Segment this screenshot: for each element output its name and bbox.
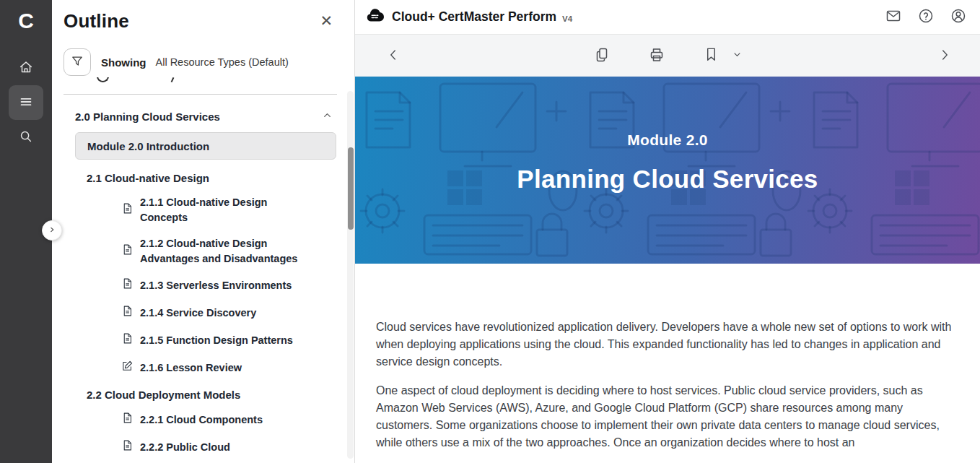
lesson-paragraph: Cloud services have revolutionized appli…: [376, 319, 962, 371]
module-title: Planning Cloud Services: [355, 165, 980, 194]
app-header: Cloud+ CertMaster Perform V4: [355, 0, 980, 35]
close-outline-button[interactable]: ✕: [317, 10, 336, 31]
app-root: C Outline ✕ Sh: [0, 0, 980, 463]
outline-item-2-2-1[interactable]: 2.2.1 Cloud Components: [121, 412, 318, 428]
chevron-right-icon: [937, 47, 953, 65]
filter-button[interactable]: [64, 48, 91, 76]
copy-icon: [593, 46, 611, 66]
header-actions: [883, 6, 968, 28]
outline-scrollbar-thumb[interactable]: [348, 147, 354, 230]
document-icon: [121, 412, 134, 428]
cloud-icon: [365, 6, 385, 28]
module-hero: Module 2.0 Planning Cloud Services: [355, 77, 980, 264]
funnel-icon: [70, 54, 84, 71]
search-button[interactable]: [9, 121, 43, 153]
product-version: V4: [562, 14, 572, 23]
panel-collapse-button[interactable]: [42, 220, 62, 241]
outline-panel: Outline ✕ Showing All Resource Types (De…: [52, 0, 355, 463]
outline-item-module-2-0-introduction[interactable]: Module 2.0 Introduction: [75, 132, 336, 160]
outline-section-2-0[interactable]: 2.0 Planning Cloud Services: [64, 102, 337, 126]
bookmark-button[interactable]: [701, 45, 721, 66]
filter-showing-label: Showing: [101, 56, 146, 69]
product-title: Cloud+ CertMaster Perform: [392, 9, 556, 25]
outline-scrollbar-track[interactable]: [347, 91, 354, 459]
mail-icon: [885, 7, 902, 27]
outline-item-2-1-3[interactable]: 2.1.3 Serverless Environments: [121, 277, 318, 294]
outline-title: Outline: [64, 10, 129, 33]
document-icon: [121, 332, 134, 349]
document-icon: [121, 305, 134, 321]
outline-tree: 2.0 Planning Cloud Services Module 2.0 I…: [52, 95, 354, 456]
previous-page-button[interactable]: [384, 46, 403, 66]
messages-button[interactable]: [883, 6, 904, 28]
outline-subsection-2-1[interactable]: 2.1 Cloud-native Design: [64, 172, 337, 184]
outline-item-2-1-1[interactable]: 2.1.1 Cloud-native Design Concepts: [121, 195, 318, 225]
help-icon: [917, 7, 935, 27]
outline-item-2-1-6[interactable]: 2.1.6 Lesson Review: [121, 360, 318, 376]
module-number: Module 2.0: [355, 131, 980, 149]
search-icon: [18, 129, 34, 147]
outline-header: Outline ✕: [52, 0, 354, 33]
account-button[interactable]: [948, 6, 968, 28]
chevron-left-icon: [385, 47, 401, 65]
outline-item-2-1-5[interactable]: 2.1.5 Function Design Patterns: [121, 332, 318, 349]
outline-item-2-1-2[interactable]: 2.1.2 Cloud-native Design Advantages and…: [121, 236, 318, 267]
lesson-content: Cloud services have revolutionized appli…: [355, 264, 980, 463]
outline-item-2-2-2[interactable]: 2.2.2 Public Cloud: [121, 439, 318, 456]
print-icon: [648, 46, 665, 66]
help-button[interactable]: [916, 6, 936, 28]
bookmark-icon: [703, 46, 719, 65]
next-page-button[interactable]: [935, 46, 954, 66]
document-icon: [121, 277, 134, 294]
content-toolbar: [355, 35, 980, 77]
outline-subsection-2-2[interactable]: 2.2 Cloud Deployment Models: [64, 389, 337, 401]
menu-icon: [18, 94, 34, 112]
hero-text-block: Module 2.0 Planning Cloud Services: [355, 131, 980, 194]
main-area: Cloud+ CertMaster Perform V4: [355, 0, 980, 463]
chevron-up-icon[interactable]: [322, 110, 333, 123]
filter-value: All Resource Types (Default): [156, 56, 289, 68]
print-button[interactable]: [647, 45, 667, 67]
comptia-logo: C: [18, 7, 34, 35]
document-icon: [121, 439, 134, 456]
outline-item-2-1-4[interactable]: 2.1.4 Service Discovery: [121, 305, 318, 321]
home-icon: [18, 59, 34, 77]
chevron-down-icon: [732, 49, 743, 62]
home-button[interactable]: [9, 52, 43, 84]
outline-menu-button[interactable]: [9, 85, 43, 120]
pencil-icon: [121, 360, 134, 376]
bookmark-menu-button[interactable]: [730, 48, 744, 64]
partially-scrolled-item: [64, 77, 337, 89]
chevron-right-icon: [48, 225, 56, 236]
filter-row: Showing All Resource Types (Default): [52, 33, 354, 76]
copy-button[interactable]: [592, 45, 612, 67]
lesson-paragraph: One aspect of cloud deployment is decidi…: [376, 382, 962, 451]
document-icon: [121, 202, 134, 219]
document-icon: [121, 243, 134, 260]
account-icon: [950, 7, 967, 27]
